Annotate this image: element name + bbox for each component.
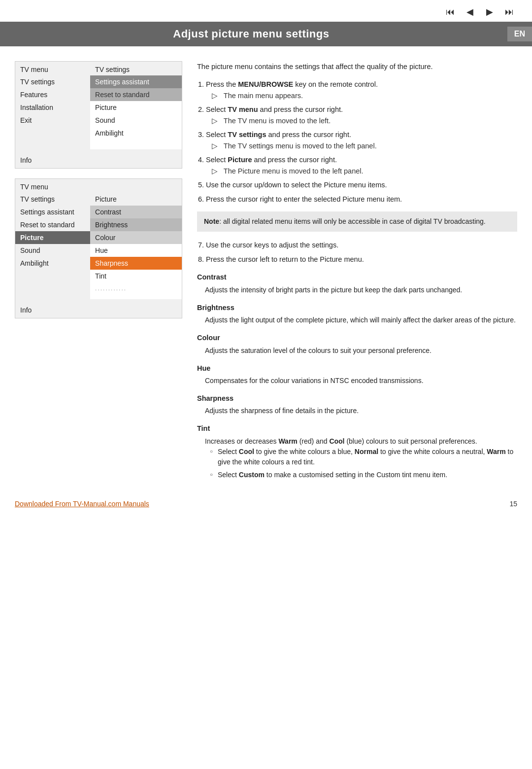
- menu1-row-2[interactable]: Features Reset to standard: [15, 88, 182, 101]
- menu1-empty-2: [15, 144, 182, 149]
- section-sharpness-body: Adjusts the sharpness of fine details in…: [205, 406, 517, 416]
- menu2-row-6[interactable]: Tint: [15, 270, 182, 282]
- tint-bullets: Select Cool to give the white colours a …: [210, 447, 517, 480]
- tint-bullet-1: Select Cool to give the white colours a …: [210, 447, 517, 467]
- menu2-header: TV menu: [15, 179, 182, 193]
- menu-box-1: TV menu TV settings TV settings Settings…: [15, 61, 182, 169]
- steps-list: Press the MENU/BROWSE key on the remote …: [206, 79, 517, 205]
- title-bar: Adjust picture menu settings EN: [0, 22, 532, 46]
- prev-btn[interactable]: ◀: [462, 5, 478, 19]
- skip-back-btn[interactable]: ⏮: [442, 5, 458, 19]
- menu2-row-4[interactable]: Sound Hue: [15, 244, 182, 257]
- page-number: 15: [509, 500, 517, 508]
- section-tint-body: Increases or decreases Warm (red) and Co…: [205, 436, 517, 480]
- step-8: Press the cursor left to return to the P…: [206, 254, 517, 265]
- menu1-row1-right: Settings assistant: [90, 75, 182, 88]
- step-3: Select TV settings and press the cursor …: [206, 129, 517, 151]
- step-4-sub: ▷ The Picture menu is moved to the left …: [212, 166, 517, 176]
- step-1: Press the MENU/BROWSE key on the remote …: [206, 79, 517, 101]
- menu1-row-1[interactable]: TV settings Settings assistant: [15, 75, 182, 88]
- step-5: Use the cursor up/down to select the Pic…: [206, 179, 517, 190]
- menu1-row2-right: Reset to standard: [90, 88, 182, 101]
- footer-link[interactable]: Downloaded From TV-Manual.com Manuals: [15, 500, 149, 508]
- menu1-info: Info: [15, 149, 182, 168]
- step-2: Select TV menu and press the cursor righ…: [206, 104, 517, 126]
- section-tint-title: Tint: [197, 423, 517, 434]
- section-brightness-body: Adjusts the light output of the complete…: [205, 315, 517, 325]
- menu2-info: Info: [15, 299, 182, 318]
- menu1-row1-left: TV settings: [15, 75, 90, 88]
- main-content: TV menu TV settings TV settings Settings…: [0, 46, 532, 495]
- tint-bullet-2: Select Custom to make a customised setti…: [210, 470, 517, 480]
- right-column: The picture menu contains the settings t…: [197, 61, 517, 485]
- menu2-row-5[interactable]: Ambilight Sharpness: [15, 257, 182, 270]
- section-contrast-title: Contrast: [197, 272, 517, 282]
- footer: Downloaded From TV-Manual.com Manuals 15: [0, 495, 532, 517]
- language-badge: EN: [507, 27, 532, 41]
- section-colour-body: Adjusts the saturation level of the colo…: [205, 346, 517, 356]
- menu2-empty-1: [15, 294, 182, 299]
- menu2-subheader-left: TV settings: [15, 193, 90, 206]
- skip-forward-btn[interactable]: ⏭: [501, 5, 517, 19]
- menu2-row-7[interactable]: ............: [15, 282, 182, 294]
- section-hue-body: Compensates for the colour variations in…: [205, 376, 517, 386]
- step-4: Select Picture and press the cursor righ…: [206, 154, 517, 176]
- step-3-sub: ▷ The TV settings menu is moved to the l…: [212, 140, 517, 151]
- menu2-row-3[interactable]: Picture Colour: [15, 231, 182, 244]
- left-column: TV menu TV settings TV settings Settings…: [15, 61, 182, 485]
- menu1-header-right: TV settings: [90, 62, 182, 75]
- menu1-empty-1: [15, 140, 182, 144]
- section-hue-title: Hue: [197, 363, 517, 374]
- menu1-row-5[interactable]: Ambilight: [15, 127, 182, 140]
- menu2-subheader-right: Picture: [90, 193, 182, 206]
- section-brightness-title: Brightness: [197, 302, 517, 313]
- menu2-row-2[interactable]: Reset to standard Brightness: [15, 218, 182, 231]
- step-7: Use the cursor keys to adjust the settin…: [206, 240, 517, 250]
- menu1-row-3[interactable]: Installation Picture: [15, 101, 182, 114]
- menu1-row-4[interactable]: Exit Sound: [15, 114, 182, 127]
- section-colour-title: Colour: [197, 332, 517, 343]
- menu1-header: TV menu TV settings: [15, 62, 182, 75]
- page-title: Adjust picture menu settings: [0, 28, 502, 40]
- menu2-header-right: [90, 179, 182, 193]
- note-box: Note: all digital related menu items wil…: [197, 211, 517, 232]
- next-btn[interactable]: ▶: [482, 5, 498, 19]
- menu1-info-text: Info: [15, 149, 182, 168]
- menu2-subheader: TV settings Picture: [15, 193, 182, 206]
- section-sharpness-title: Sharpness: [197, 393, 517, 404]
- top-nav: ⏮ ◀ ▶ ⏭: [0, 0, 532, 22]
- menu-box-2: TV menu TV settings Picture Settings ass…: [15, 178, 182, 318]
- menu2-row-1[interactable]: Settings assistant Contrast: [15, 206, 182, 218]
- menu2-info-text: Info: [15, 299, 182, 318]
- step-2-sub: ▷ The TV menu is moved to the left.: [212, 115, 517, 126]
- steps-list-2: Use the cursor keys to adjust the settin…: [206, 240, 517, 265]
- step-1-sub: ▷ The main menu appears.: [212, 90, 517, 101]
- menu1-header-left: TV menu: [15, 62, 90, 75]
- menu1-row2-left: Features: [15, 88, 90, 101]
- intro-text: The picture menu contains the settings t…: [197, 61, 517, 72]
- menu2-header-left: TV menu: [15, 179, 90, 193]
- step-6: Press the cursor right to enter the sele…: [206, 194, 517, 205]
- section-contrast-body: Adjusts the intensity of bright parts in…: [205, 285, 517, 295]
